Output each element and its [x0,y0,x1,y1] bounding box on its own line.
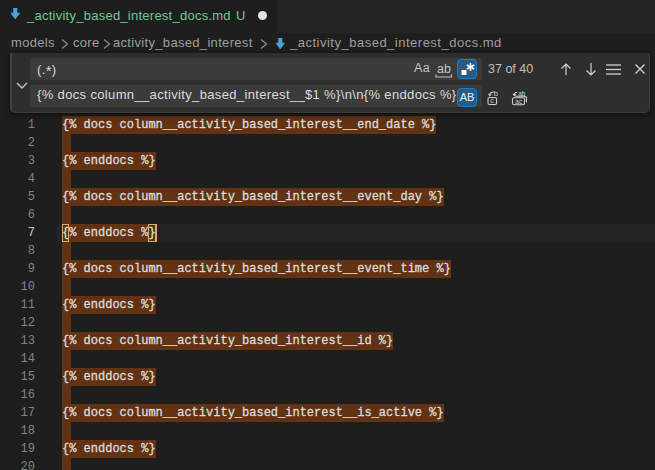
svg-text:ac: ac [515,97,523,104]
svg-text:c: c [490,97,494,104]
svg-text:ab: ab [518,89,526,96]
svg-text:ab: ab [437,62,451,76]
svg-text:b: b [494,89,498,98]
